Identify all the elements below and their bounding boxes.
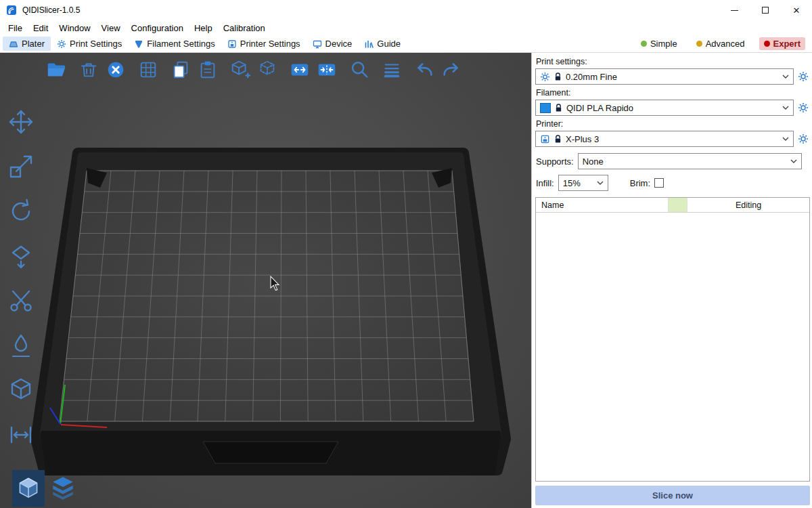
add-instance-icon: [229, 59, 251, 81]
print-bed-canvas: [0, 53, 531, 508]
rotate-button[interactable]: [5, 196, 37, 226]
printer-value: X-Plus 3: [566, 134, 778, 144]
tab-filament-settings[interactable]: Filament Settings: [128, 37, 221, 51]
variable-layer-height-button[interactable]: [380, 58, 403, 81]
object-list-body[interactable]: [536, 213, 809, 481]
search-button[interactable]: [348, 58, 371, 81]
supports-value: None: [583, 156, 786, 167]
tab-label: Device: [325, 39, 353, 49]
redo-button[interactable]: [440, 58, 463, 81]
mode-expert[interactable]: Expert: [759, 37, 805, 50]
brim-checkbox[interactable]: [654, 178, 664, 188]
supports-combo[interactable]: None: [578, 153, 802, 169]
infill-combo[interactable]: 15%: [558, 175, 608, 191]
lock-icon: [554, 135, 562, 144]
measure-cube-icon: [7, 376, 35, 404]
window-controls: ✕: [719, 0, 812, 20]
titlebar: QIDISlicer-1.0.5 ✕: [0, 0, 812, 20]
place-on-face-icon: [7, 242, 35, 270]
distance-icon: [7, 421, 35, 449]
move-icon: [7, 108, 35, 136]
scale-icon: [7, 152, 35, 181]
add-instance-button[interactable]: [229, 58, 252, 81]
delete-button[interactable]: [77, 58, 100, 81]
3d-viewport[interactable]: [0, 53, 531, 508]
arrange-icon: [137, 59, 159, 81]
minimize-button[interactable]: [719, 0, 750, 20]
editing-column-header: Editing: [687, 198, 809, 212]
menu-help[interactable]: Help: [189, 22, 218, 35]
filament-settings-icon: [134, 39, 143, 49]
layer-height-icon: [381, 59, 403, 81]
print-settings-label: Print settings:: [536, 57, 810, 66]
toolbar-top: [45, 58, 472, 81]
undo-button[interactable]: [413, 58, 436, 81]
chevron-down-icon: [790, 159, 797, 163]
print-settings-row: 0.20mm Fine: [535, 68, 810, 85]
copy-button[interactable]: [169, 58, 192, 81]
mode-simple[interactable]: Simple: [636, 37, 682, 50]
lock-icon: [555, 104, 562, 112]
paste-button[interactable]: [196, 58, 219, 81]
undo-icon: [413, 59, 435, 81]
open-button[interactable]: [45, 58, 68, 81]
tab-guide[interactable]: Guide: [358, 37, 407, 51]
object-list[interactable]: Name Editing: [535, 197, 810, 482]
scale-button[interactable]: [5, 152, 37, 182]
mode-advanced[interactable]: Advanced: [692, 37, 750, 50]
tab-print-settings[interactable]: Print Settings: [51, 37, 128, 51]
menu-edit[interactable]: Edit: [28, 22, 53, 35]
remove-instance-button[interactable]: [256, 58, 279, 81]
print-settings-value: 0.20mm Fine: [566, 72, 778, 82]
mode-label: Expert: [773, 39, 800, 49]
menu-file[interactable]: File: [3, 22, 28, 35]
main-area: Print settings: 0.20mm Fine Filament: QI…: [0, 53, 812, 508]
close-button[interactable]: ✕: [781, 0, 812, 20]
split-parts-icon: [316, 59, 338, 81]
print-settings-combo[interactable]: 0.20mm Fine: [535, 68, 794, 85]
redo-icon: [441, 59, 462, 81]
paint-support-button[interactable]: [5, 331, 37, 360]
mode-label: Simple: [650, 39, 677, 49]
menu-view[interactable]: View: [96, 22, 126, 35]
tab-plater[interactable]: Plater: [3, 37, 51, 51]
name-column-header: Name: [536, 198, 669, 212]
filament-gear-button[interactable]: [796, 101, 810, 114]
gear-icon: [540, 72, 550, 82]
slice-now-button[interactable]: Slice now: [535, 486, 810, 505]
print-settings-gear-button[interactable]: [796, 70, 810, 83]
measure-button[interactable]: [5, 375, 37, 405]
3d-editor-toggle[interactable]: [12, 470, 45, 507]
print-settings-icon: [57, 39, 66, 49]
printer-icon: [540, 134, 550, 144]
arrange-button[interactable]: [137, 58, 160, 81]
cut-button[interactable]: [5, 286, 37, 316]
menu-configuration[interactable]: Configuration: [126, 22, 189, 35]
tab-label: Filament Settings: [147, 39, 215, 49]
gear-icon: [798, 102, 809, 113]
move-button[interactable]: [5, 107, 37, 137]
lock-icon: [554, 72, 562, 81]
preview-toggle[interactable]: [47, 470, 79, 507]
filament-combo[interactable]: QIDI PLA Rapido: [535, 100, 794, 116]
paste-icon: [197, 59, 219, 81]
minimize-icon: [731, 10, 738, 11]
menu-calibration[interactable]: Calibration: [218, 22, 271, 35]
sidebar: Print settings: 0.20mm Fine Filament: QI…: [531, 53, 812, 508]
tab-printer-settings[interactable]: Printer Settings: [221, 37, 307, 51]
delete-all-button[interactable]: [104, 58, 127, 81]
printer-combo[interactable]: X-Plus 3: [535, 131, 794, 147]
menu-window[interactable]: Window: [53, 22, 95, 35]
bed-handle: [203, 442, 338, 463]
place-on-face-button[interactable]: [5, 241, 37, 271]
distance-button[interactable]: [5, 420, 37, 450]
printer-settings-icon: [227, 39, 237, 49]
search-icon: [348, 59, 370, 81]
printer-gear-button[interactable]: [796, 132, 810, 146]
split-to-parts-button[interactable]: [315, 58, 338, 81]
maximize-button[interactable]: [750, 0, 781, 20]
tab-device[interactable]: Device: [307, 37, 359, 51]
paint-support-icon: [7, 331, 35, 360]
printer-label: Printer:: [536, 119, 810, 129]
split-to-objects-button[interactable]: [288, 58, 311, 81]
